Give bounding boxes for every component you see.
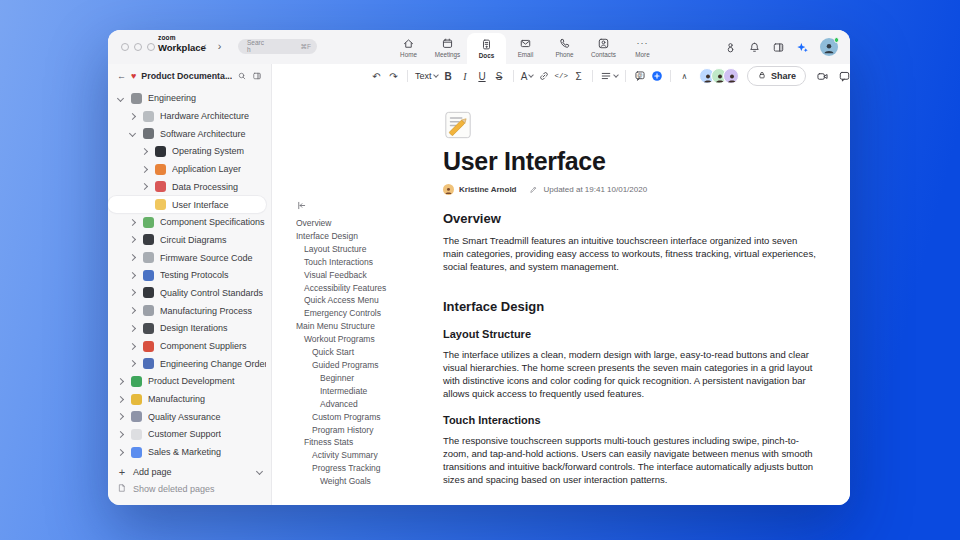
tab-phone[interactable]: Phone xyxy=(545,30,584,64)
outline-item-visual-feedback[interactable]: Visual Feedback xyxy=(296,269,446,282)
sparkle-icon[interactable] xyxy=(796,41,809,54)
nav-forward-icon[interactable]: › xyxy=(218,38,222,55)
outline-item-program-history[interactable]: Program History xyxy=(296,424,446,437)
sidebar-search-icon[interactable] xyxy=(237,71,247,81)
outline-item-progress-tracking[interactable]: Progress Tracking xyxy=(296,462,446,475)
sidebar-item-firmware-source-code[interactable]: Firmware Source Code xyxy=(108,249,266,267)
outline-item-workout-programs[interactable]: Workout Programs xyxy=(296,333,446,346)
code-button[interactable]: </> xyxy=(553,68,571,85)
doc-paragraph[interactable]: The responsive touchscreen supports mult… xyxy=(443,434,820,486)
doc-paragraph[interactable]: The Smart Treadmill features an intuitiv… xyxy=(443,234,820,273)
comment-button[interactable]: @ xyxy=(631,68,648,85)
tab-home[interactable]: Home xyxy=(389,30,428,64)
outline-item-custom-programs[interactable]: Custom Programs xyxy=(296,411,446,424)
sidebar-item-engineering-change-orders[interactable]: Engineering Change Orders xyxy=(108,355,266,373)
show-deleted-pages-button[interactable]: Show deleted pages xyxy=(117,480,262,497)
sidebar-item-design-iterations[interactable]: Design Iterations xyxy=(108,320,266,338)
doc-heading-interface-design[interactable]: Interface Design xyxy=(443,299,820,314)
share-button[interactable]: Share xyxy=(747,66,806,86)
doc-paragraph[interactable]: The interface utilizes a clean, modern d… xyxy=(443,348,820,400)
sidebar-item-manufacturing-process[interactable]: Manufacturing Process xyxy=(108,302,266,320)
tab-meetings[interactable]: Meetings xyxy=(428,30,467,64)
sidebar-item-testing-protocols[interactable]: Testing Protocols xyxy=(108,266,266,284)
tab-docs[interactable]: Docs xyxy=(467,33,506,64)
chevron-icon[interactable] xyxy=(129,289,136,296)
outline-item-advanced[interactable]: Advanced xyxy=(296,398,446,411)
equation-button[interactable]: Σ xyxy=(570,68,587,85)
sidebar-item-quality-assurance[interactable]: Quality Assurance xyxy=(108,408,266,426)
outline-item-fitness-stats[interactable]: Fitness Stats xyxy=(296,436,446,449)
outline-item-quick-start[interactable]: Quick Start xyxy=(296,346,446,359)
text-color-button[interactable]: A xyxy=(519,68,536,85)
global-search-input[interactable]: Search ⌘F xyxy=(238,39,317,54)
history-icon[interactable] xyxy=(724,41,737,54)
chevron-down-icon[interactable] xyxy=(256,468,263,475)
sidebar-item-application-layer[interactable]: Application Layer xyxy=(108,160,266,178)
sidebar-item-quality-control-standards[interactable]: Quality Control Standards xyxy=(108,284,266,302)
chevron-icon[interactable] xyxy=(117,378,124,385)
outline-item-touch-interactions[interactable]: Touch Interactions xyxy=(296,256,446,269)
outline-item-layout-structure[interactable]: Layout Structure xyxy=(296,243,446,256)
tab-contacts[interactable]: Contacts xyxy=(584,30,623,64)
sidebar-item-user-interface[interactable]: User Interface xyxy=(108,196,266,214)
page-title[interactable]: User Interface xyxy=(443,148,820,174)
collapse-outline-icon[interactable] xyxy=(296,200,446,211)
collapse-toolbar-button[interactable]: ∧ xyxy=(676,68,693,85)
redo-button[interactable]: ↷ xyxy=(385,68,402,85)
sidebar-item-circuit-diagrams[interactable]: Circuit Diagrams xyxy=(108,231,266,249)
chevron-icon[interactable] xyxy=(117,95,124,102)
chevron-icon[interactable] xyxy=(129,272,136,279)
chevron-icon[interactable] xyxy=(129,325,136,332)
collaborator-avatar-3[interactable] xyxy=(723,68,739,84)
camera-icon[interactable] xyxy=(816,70,829,83)
window-control-minimize[interactable] xyxy=(134,43,142,51)
chevron-icon[interactable] xyxy=(117,396,124,403)
outline-item-main-menu-structure[interactable]: Main Menu Structure xyxy=(296,320,446,333)
outline-item-quick-access-menu[interactable]: Quick Access Menu xyxy=(296,294,446,307)
sidebar-item-data-processing[interactable]: Data Processing xyxy=(108,178,266,196)
sidebar-item-engineering[interactable]: Engineering xyxy=(108,90,266,108)
add-page-button[interactable]: + Add page xyxy=(117,463,262,480)
outline-item-emergency-controls[interactable]: Emergency Controls xyxy=(296,307,446,320)
chevron-icon[interactable] xyxy=(129,130,136,137)
document-content[interactable]: User Interface Kristine Arnold Updated a… xyxy=(443,88,820,486)
window-control-maximize[interactable] xyxy=(147,43,155,51)
sidebar-item-operating-system[interactable]: Operating System xyxy=(108,143,266,161)
outline-item-activity-summary[interactable]: Activity Summary xyxy=(296,449,446,462)
outline-item-interface-design[interactable]: Interface Design xyxy=(296,230,446,243)
chevron-icon[interactable] xyxy=(117,449,124,456)
chevron-icon[interactable] xyxy=(117,413,124,420)
doc-heading-touch-interactions[interactable]: Touch Interactions xyxy=(443,414,820,426)
chat-icon[interactable] xyxy=(838,70,850,83)
doc-heading-layout-structure[interactable]: Layout Structure xyxy=(443,328,820,340)
chevron-icon[interactable] xyxy=(141,166,148,173)
sidebar-item-sales-marketing[interactable]: Sales & Marketing xyxy=(108,443,266,461)
chevron-icon[interactable] xyxy=(141,148,148,155)
list-button[interactable] xyxy=(598,68,620,85)
outline-item-accessibility-features[interactable]: Accessibility Features xyxy=(296,282,446,295)
chevron-icon[interactable] xyxy=(129,113,136,120)
chevron-icon[interactable] xyxy=(129,342,136,349)
outline-item-overview[interactable]: Overview xyxy=(296,217,446,230)
sidebar-item-component-specifications[interactable]: Component Specifications xyxy=(108,213,266,231)
italic-button[interactable]: I xyxy=(457,68,474,85)
sidebar-item-component-suppliers[interactable]: Component Suppliers xyxy=(108,337,266,355)
window-control-close[interactable] xyxy=(121,43,129,51)
chevron-icon[interactable] xyxy=(129,360,136,367)
doc-heading-overview[interactable]: Overview xyxy=(443,211,820,226)
chevron-icon[interactable] xyxy=(117,431,124,438)
bell-icon[interactable] xyxy=(748,41,761,54)
underline-button[interactable]: U xyxy=(474,68,491,85)
outline-item-beginner[interactable]: Beginner xyxy=(296,372,446,385)
chevron-icon[interactable] xyxy=(129,219,136,226)
text-style-button[interactable]: Text xyxy=(413,68,440,85)
link-button[interactable] xyxy=(536,68,553,85)
sidebar-item-manufacturing[interactable]: Manufacturing xyxy=(108,390,266,408)
chevron-icon[interactable] xyxy=(129,236,136,243)
chevron-icon[interactable] xyxy=(129,307,136,314)
sidebar-panel-icon[interactable] xyxy=(252,71,262,81)
memo-icon[interactable] xyxy=(443,110,473,140)
outline-item-intermediate[interactable]: Intermediate xyxy=(296,385,446,398)
outline-item-weight-goals[interactable]: Weight Goals xyxy=(296,475,446,488)
sidebar-item-hardware-architecture[interactable]: Hardware Architecture xyxy=(108,107,266,125)
